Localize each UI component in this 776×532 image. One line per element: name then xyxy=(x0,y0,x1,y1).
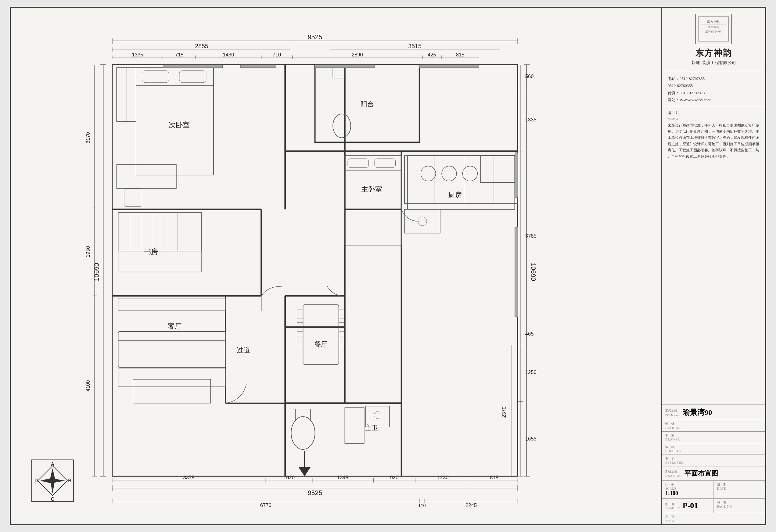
svg-text:1020: 1020 xyxy=(283,475,295,481)
date-en: DATE xyxy=(717,487,762,490)
svg-text:2855: 2855 xyxy=(195,43,208,49)
approved-en: APPROVED xyxy=(665,461,762,464)
svg-text:A: A xyxy=(51,462,54,467)
svg-text:书房: 书房 xyxy=(144,248,158,255)
svg-text:3515: 3515 xyxy=(408,43,421,49)
svg-text:10690: 10690 xyxy=(530,263,537,281)
drawing-en: DRAWING xyxy=(665,474,682,477)
svg-text:815: 815 xyxy=(490,475,499,481)
contact-section: 电话：0510-82707855 0510-82760355 传真：0510-8… xyxy=(661,72,765,107)
number-label: 图 号 xyxy=(665,502,680,506)
scale-cell: 比 例 SCALE 1:100 xyxy=(661,481,714,499)
designer-label: 设 计 xyxy=(665,422,762,426)
page-en: PAGE NO xyxy=(717,505,762,508)
drawer-row: 制 图 DRAWER xyxy=(661,431,765,443)
number-en: NUMBER xyxy=(665,506,680,510)
number-cell: 图 号 NUMBER P-01 xyxy=(661,499,714,513)
memo-title: 备 注 xyxy=(668,110,759,116)
company-sub: 装饰. 装潢工程有限公司 xyxy=(668,60,759,65)
svg-text:4100: 4100 xyxy=(85,380,91,392)
svg-text:1250: 1250 xyxy=(525,369,537,375)
svg-text:B: B xyxy=(68,478,71,483)
scale-date-row: 比 例 SCALE 1:100 日 期 DATE xyxy=(661,481,765,499)
memo-text: 未经设计师画面批准，任何人不得私自更改图纸及复印使用。切勿以比例量度此图，一切依… xyxy=(668,122,759,160)
svg-text:1345: 1345 xyxy=(337,475,348,481)
svg-rect-196 xyxy=(240,65,276,68)
svg-text:3785: 3785 xyxy=(525,233,537,239)
project-row: 工程名称 PROJECT 瑜景湾90 xyxy=(661,405,765,420)
svg-text:710: 710 xyxy=(273,52,281,58)
drawing-label: 图纸名称 xyxy=(665,470,682,474)
svg-text:次卧室: 次卧室 xyxy=(169,121,190,129)
svg-text:1950: 1950 xyxy=(85,246,91,257)
svg-text:2245: 2245 xyxy=(465,502,477,508)
svg-text:560: 560 xyxy=(525,73,534,79)
phone: 电话：0510-82707855 xyxy=(668,75,759,82)
svg-text:715: 715 xyxy=(175,52,184,58)
svg-text:1335: 1335 xyxy=(525,117,537,123)
total-en: TOTAL xyxy=(665,519,762,523)
project-en: PROJECT xyxy=(665,413,680,416)
total-row: 共 页 TOTAL xyxy=(661,513,765,524)
svg-text:3375: 3375 xyxy=(183,475,195,481)
designer-row: 设 计 DESIGNER xyxy=(661,420,765,431)
floorplan-container: 9525 2855 3515 1335 xyxy=(17,14,655,518)
checker-row: 审 核 CHECKER xyxy=(661,443,765,455)
drawing-row: 图纸名称 DRAWING 平面布置图 xyxy=(661,467,765,481)
logo-section: 东方神韵 装饰装潢 工程有限公司 东方神韵 装饰. 装潢工程有限公司 xyxy=(661,8,765,72)
svg-text:阳台: 阳台 xyxy=(361,101,374,108)
svg-text:6770: 6770 xyxy=(260,502,271,508)
svg-text:工程有限公司: 工程有限公司 xyxy=(705,30,722,33)
company-name: 东方神韵 xyxy=(668,47,759,59)
svg-rect-198 xyxy=(419,65,479,68)
date-cell: 日 期 DATE xyxy=(714,481,765,499)
svg-text:主卧室: 主卧室 xyxy=(361,185,382,193)
svg-text:3170: 3170 xyxy=(85,132,91,143)
svg-text:过道: 过道 xyxy=(237,347,250,354)
company-logo: 东方神韵 装饰装潢 工程有限公司 xyxy=(695,14,732,44)
svg-text:9525: 9525 xyxy=(308,33,323,41)
page-label: 第 页 xyxy=(717,501,762,505)
svg-text:1430: 1430 xyxy=(223,52,234,58)
approved-label: 审 定 xyxy=(665,457,762,461)
svg-rect-199 xyxy=(515,153,518,198)
svg-text:主卫: 主卫 xyxy=(365,424,378,431)
checker-en: CHECKER xyxy=(665,449,762,453)
svg-text:1230: 1230 xyxy=(437,475,448,481)
project-value: 瑜景湾90 xyxy=(683,407,712,417)
svg-text:465: 465 xyxy=(525,331,534,337)
svg-text:9525: 9525 xyxy=(308,489,323,497)
svg-text:装饰装潢: 装饰装潢 xyxy=(708,26,719,29)
total-label: 共 页 xyxy=(665,515,762,519)
svg-text:110: 110 xyxy=(418,503,425,508)
scale-value: 1:100 xyxy=(665,490,678,496)
number-value: P-01 xyxy=(683,501,698,510)
svg-text:815: 815 xyxy=(456,52,464,58)
scale-en: SCALE xyxy=(665,487,710,490)
memo-title-en: MEMO xyxy=(668,117,759,121)
svg-rect-200 xyxy=(515,227,518,317)
svg-text:1655: 1655 xyxy=(525,436,537,442)
web: 网站：WWW.wxdfsy.com xyxy=(668,97,759,104)
floorplan-svg: 9525 2855 3515 1335 xyxy=(17,14,655,518)
drawer-en: DRAWER xyxy=(665,438,762,441)
svg-text:C: C xyxy=(51,497,54,502)
project-info-grid: 工程名称 PROJECT 瑜景湾90 设 计 DESIGNER 制 图 DRAW… xyxy=(661,405,765,524)
svg-text:10690: 10690 xyxy=(93,263,101,281)
scale-label: 比 例 xyxy=(665,483,710,487)
page-cell: 第 页 PAGE NO xyxy=(714,499,765,513)
svg-text:1335: 1335 xyxy=(132,52,143,58)
svg-rect-195 xyxy=(163,65,223,68)
designer-en: DESIGNER xyxy=(665,426,762,429)
svg-text:920: 920 xyxy=(390,475,399,481)
svg-text:餐厅: 餐厅 xyxy=(314,341,328,348)
svg-text:东方神韵: 东方神韵 xyxy=(707,20,720,23)
drawer-label: 制 图 xyxy=(665,433,762,438)
svg-text:厨房: 厨房 xyxy=(448,191,462,199)
main-drawing: 9525 2855 3515 1335 xyxy=(11,8,661,524)
fax: 传真：0510-82792873 xyxy=(668,90,759,97)
right-panel: 东方神韵 装饰装潢 工程有限公司 东方神韵 装饰. 装潢工程有限公司 电话：05… xyxy=(661,8,765,524)
svg-text:425: 425 xyxy=(428,52,436,58)
approved-row: 审 定 APPROVED xyxy=(661,455,765,467)
svg-text:客厅: 客厅 xyxy=(168,322,182,330)
